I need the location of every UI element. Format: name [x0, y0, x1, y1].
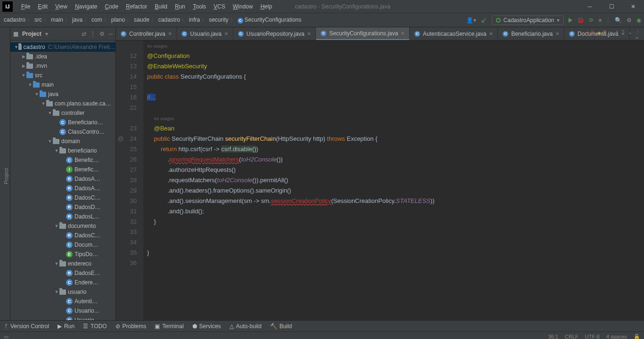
editor-tab[interactable]: CUsuario.java× [177, 27, 233, 40]
tree-item[interactable]: RDadosA… [10, 184, 116, 193]
tree-item[interactable]: RDadosA… [10, 174, 116, 184]
breadcrumb-item[interactable]: security [208, 16, 236, 24]
stop-button[interactable]: ■ [598, 17, 602, 24]
editor-tab[interactable]: CController.java× [116, 27, 177, 40]
close-tab-icon[interactable]: × [307, 30, 311, 37]
tree-item[interactable]: CEndere… [10, 278, 116, 287]
tree-item[interactable]: RDadosD… [10, 202, 116, 212]
tree-item[interactable]: ▶.mvn [10, 61, 116, 71]
breadcrumb-item[interactable]: cadastro [157, 16, 188, 24]
tool-services[interactable]: ⬢Services [192, 323, 221, 330]
menu-edit[interactable]: Edit [34, 3, 51, 10]
tree-item[interactable]: CClassContro… [10, 127, 116, 137]
menu-view[interactable]: View [51, 3, 71, 10]
tree-item[interactable]: ETipoDo… [10, 250, 116, 259]
menu-code[interactable]: Code [101, 3, 122, 10]
maximize-button[interactable]: ☐ [601, 0, 622, 13]
menu-refactor[interactable]: Refactor [122, 3, 151, 10]
editor-gutter[interactable]: 121314151622 23@242526272829303132333435… [116, 40, 143, 320]
run-button[interactable] [569, 18, 572, 23]
minimize-button[interactable]: ─ [579, 0, 601, 13]
tree-item[interactable]: RDadosE… [10, 268, 116, 278]
tree-item[interactable]: ▼endereco [10, 259, 116, 268]
tree-item[interactable]: ▶.idea [10, 52, 116, 61]
indent-settings[interactable]: 4 spaces [606, 334, 627, 339]
breadcrumb-item[interactable]: infra [188, 16, 208, 24]
menu-file[interactable]: File [17, 3, 34, 10]
tree-item[interactable]: RDadosC… [10, 193, 116, 202]
project-pane-title[interactable]: Project [22, 31, 41, 37]
close-button[interactable]: ✕ [622, 0, 644, 13]
breadcrumb-item[interactable]: CSecurityConfigurations [237, 16, 304, 24]
tree-item[interactable]: ▼java [10, 89, 116, 99]
breadcrumb-item[interactable]: cadastro [3, 16, 33, 24]
editor-tab[interactable]: CSecurityConfigurations.java× [316, 27, 410, 40]
tree-item[interactable]: ▼controller [10, 108, 116, 118]
tool-version-control[interactable]: ᚶVersion Control [5, 323, 49, 330]
tree-item[interactable]: ▼main [10, 80, 116, 89]
settings-icon[interactable]: ⚙ [627, 17, 632, 24]
search-icon[interactable]: 🔍 [615, 17, 622, 24]
tree-item[interactable]: RDadosL… [10, 212, 116, 221]
tool-run[interactable]: ▶Run [58, 323, 74, 330]
breadcrumb-item[interactable]: com [91, 16, 110, 24]
breadcrumb-item[interactable]: plano [110, 16, 133, 24]
tree-item[interactable]: ▼usuario [10, 287, 116, 297]
inspection-widget[interactable]: ● 2 ▲ 3 ▲ 1 ⌃ ⌄ ⋮ [586, 29, 640, 35]
menu-build[interactable]: Build [151, 3, 171, 10]
tree-item[interactable]: CAutenti… [10, 297, 116, 306]
tree-item[interactable]: IBenefic… [10, 165, 116, 174]
breadcrumb-item[interactable]: java [71, 16, 91, 24]
tree-item[interactable]: RDadosC… [10, 231, 116, 240]
menu-window[interactable]: Window [229, 3, 257, 10]
tree-item[interactable]: CDocum… [10, 240, 116, 250]
vcs-update-icon[interactable]: ↙ [481, 16, 487, 24]
menu-navigate[interactable]: Navigate [71, 3, 101, 10]
tree-item[interactable]: ▼src [10, 71, 116, 80]
line-separator[interactable]: CRLF [565, 334, 578, 339]
run-configuration-selector[interactable]: CadastroApplication ▾ [492, 16, 564, 25]
ide-update-icon[interactable]: ◉ [636, 17, 641, 24]
tree-item[interactable]: ▼com.plano.saude.ca… [10, 99, 116, 108]
project-tool-tab[interactable]: Project [2, 165, 10, 187]
close-tab-icon[interactable]: × [555, 30, 559, 37]
tool-auto-build[interactable]: △Auto-build [230, 323, 262, 330]
select-opened-icon[interactable]: ⇄ [82, 31, 86, 37]
settings-gear-icon[interactable]: ⚙ [99, 31, 105, 37]
menu-run[interactable]: Run [171, 3, 189, 10]
caret-position[interactable]: 36:1 [548, 334, 558, 339]
tree-item[interactable]: ▼domain [10, 137, 116, 146]
editor-tab[interactable]: CBeneficiario.java× [498, 27, 564, 40]
tool-todo[interactable]: ☰TODO [83, 323, 107, 330]
breadcrumb-item[interactable]: saude [133, 16, 157, 24]
vcs-user-icon[interactable]: 👤▾ [466, 17, 476, 24]
close-tab-icon[interactable]: × [168, 30, 172, 37]
close-tab-icon[interactable]: × [401, 30, 405, 37]
tree-item[interactable]: CUsuario… [10, 315, 116, 320]
hide-pane-icon[interactable]: ─ [108, 31, 113, 37]
tree-item[interactable]: CBenefic… [10, 155, 116, 165]
debug-button[interactable]: 🐞 [577, 17, 584, 24]
menu-help[interactable]: Help [256, 3, 276, 10]
menu-vcs[interactable]: VCS [210, 3, 229, 10]
tree-item[interactable]: CUsuario… [10, 306, 116, 315]
file-encoding[interactable]: UTF-8 [585, 334, 600, 339]
readonly-lock-icon[interactable]: 🔓 [634, 334, 640, 339]
tool-problems[interactable]: ⊘Problems [116, 323, 147, 330]
editor-tab[interactable]: CUsuarioRepository.java× [233, 27, 316, 40]
tree-item[interactable]: ▼beneficiario [10, 146, 116, 155]
code-editor[interactable]: 121314151622 23@242526272829303132333435… [116, 40, 644, 320]
tool-terminal[interactable]: ▣Terminal [155, 323, 183, 330]
status-tool-icon[interactable]: ▭ [4, 334, 8, 339]
editor-tab[interactable]: CAutenticacaoService.java× [410, 27, 498, 40]
project-tree[interactable]: ▼cadastroC:\Users\Alexandre Freit…▶.idea… [10, 40, 116, 320]
tree-item[interactable]: CBeneficiario… [10, 118, 116, 127]
tool-build[interactable]: 🔨Build [270, 323, 292, 330]
breadcrumb-item[interactable]: main [50, 16, 71, 24]
menu-tools[interactable]: Tools [189, 3, 210, 10]
close-tab-icon[interactable]: × [224, 30, 228, 37]
run-coverage-button[interactable]: ⟳ [589, 17, 594, 24]
close-tab-icon[interactable]: × [489, 30, 493, 37]
tree-item[interactable]: ▼cadastroC:\Users\Alexandre Freit… [10, 42, 116, 52]
expand-all-icon[interactable]: ⋮ [90, 31, 96, 37]
